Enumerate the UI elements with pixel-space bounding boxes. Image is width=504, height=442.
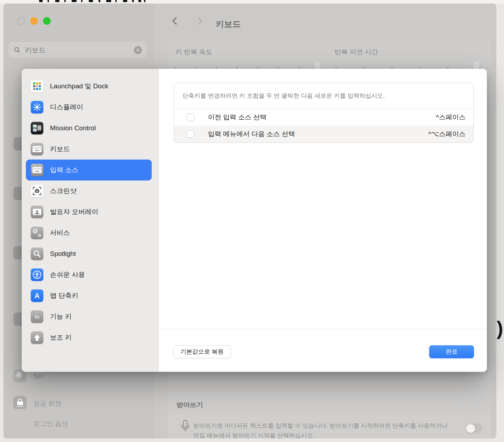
- done-button[interactable]: 완료: [429, 345, 474, 358]
- sidebar-item-screenshots[interactable]: 스크린샷: [26, 181, 152, 201]
- dictation-description: 받아쓰기로 어디서든 텍스트를 입력할 수 있습니다. 받아쓰기를 시작하려면 …: [193, 421, 469, 439]
- close-button[interactable]: [17, 17, 25, 25]
- page-title: 키보드: [216, 19, 241, 30]
- launchpad-icon: [31, 80, 43, 93]
- shortcut-keys[interactable]: ^⌥스페이스: [428, 130, 466, 139]
- keyboard-shortcuts-dialog: Launchpad 및 Dock 디스플레이: [22, 69, 487, 372]
- sidebar-item-launchpad-dock[interactable]: Launchpad 및 Dock: [26, 76, 152, 97]
- key-repeat-label: 키 반복 속도: [175, 47, 213, 57]
- forward-chevron-icon[interactable]: [195, 16, 204, 26]
- sidebar-item-display[interactable]: 디스플레이: [26, 97, 152, 118]
- clear-search-icon[interactable]: [134, 46, 142, 54]
- sidebar-item-lock-screen[interactable]: 잠금 화면: [33, 399, 62, 408]
- shortcut-list: 단축키를 변경하려면 키 조합을 두 번 클릭한 다음 새로운 키를 입력하십시…: [174, 83, 474, 143]
- search-input[interactable]: [24, 46, 134, 54]
- sidebar-item-presenter-overlay[interactable]: 발표자 오버레이: [26, 201, 152, 222]
- services-icon: ⚙ ⚙: [31, 227, 43, 239]
- shortcut-keys[interactable]: ^스페이스: [436, 113, 466, 122]
- sidebar-item-keyboard[interactable]: 키보드: [26, 139, 152, 160]
- shortcut-row[interactable]: 입력 메뉴에서 다음 소스 선택 ^⌥스페이스: [174, 126, 473, 142]
- sidebar-item-function-keys[interactable]: fn 기능 키: [26, 306, 152, 327]
- keyboard-icon: [31, 143, 43, 155]
- dictation-toggle[interactable]: [466, 423, 482, 434]
- top-text-fragments: [0, 0, 504, 3]
- accessibility-icon: [31, 268, 43, 281]
- checkbox[interactable]: [187, 130, 194, 138]
- screenshot-icon: [31, 185, 43, 197]
- sidebar-item-mission-control[interactable]: Mission Control: [26, 118, 152, 139]
- input-sources-icon: [31, 164, 43, 176]
- sidebar-item-app-shortcuts[interactable]: A 앱 단축키: [26, 285, 152, 306]
- presenter-overlay-icon: [31, 206, 43, 218]
- sidebar-item-services[interactable]: ⚙ ⚙ 서비스: [26, 222, 152, 243]
- sidebar-item-login-options[interactable]: 로그인 옵션: [33, 419, 68, 428]
- screen: ) 키보드 키 반복 속도 반복 지연 시간: [0, 0, 504, 442]
- spotlight-icon: [31, 248, 43, 260]
- zoom-button[interactable]: [43, 17, 51, 25]
- checkbox[interactable]: [187, 113, 194, 121]
- display-icon: [31, 101, 43, 113]
- sidebar-item-input-sources[interactable]: 입력 소스: [26, 160, 152, 181]
- restore-defaults-button[interactable]: 기본값으로 복원: [173, 345, 231, 358]
- lock-screen-icon: [13, 396, 27, 409]
- shortcut-row[interactable]: 이전 입력 소스 선택 ^스페이스: [174, 109, 473, 126]
- minimize-button[interactable]: [30, 17, 38, 25]
- search-icon: [14, 46, 21, 53]
- sidebar-item-siri[interactable]: Siri: [33, 373, 43, 380]
- mission-control-icon: [31, 122, 43, 134]
- instruction-text: 단축키를 변경하려면 키 조합을 두 번 클릭한 다음 새로운 키를 입력하십시…: [174, 83, 473, 109]
- desktop-paren-glyph: ): [497, 318, 503, 338]
- function-keys-icon: fn: [31, 310, 43, 323]
- search-field[interactable]: [9, 42, 147, 58]
- app-shortcuts-icon: A: [31, 289, 43, 302]
- sidebar-item-accessibility[interactable]: 손쉬운 사용: [26, 264, 152, 285]
- sidebar-item-spotlight[interactable]: Spotlight: [26, 243, 152, 264]
- repeat-delay-label: 반복 지연 시간: [334, 47, 378, 57]
- modifier-keys-icon: [31, 331, 43, 344]
- dialog-footer: 기본값으로 복원 완료: [159, 329, 487, 372]
- microphone-icon: [180, 420, 190, 438]
- sidebar-item-modifier-keys[interactable]: 보조 키: [26, 327, 152, 348]
- back-chevron-icon[interactable]: [170, 16, 179, 26]
- dictation-heading: 받아쓰기: [177, 400, 203, 410]
- dialog-content: 단축키를 변경하려면 키 조합을 두 번 클릭한 다음 새로운 키를 입력하십시…: [159, 69, 487, 372]
- dialog-sidebar: Launchpad 및 Dock 디스플레이: [22, 69, 159, 372]
